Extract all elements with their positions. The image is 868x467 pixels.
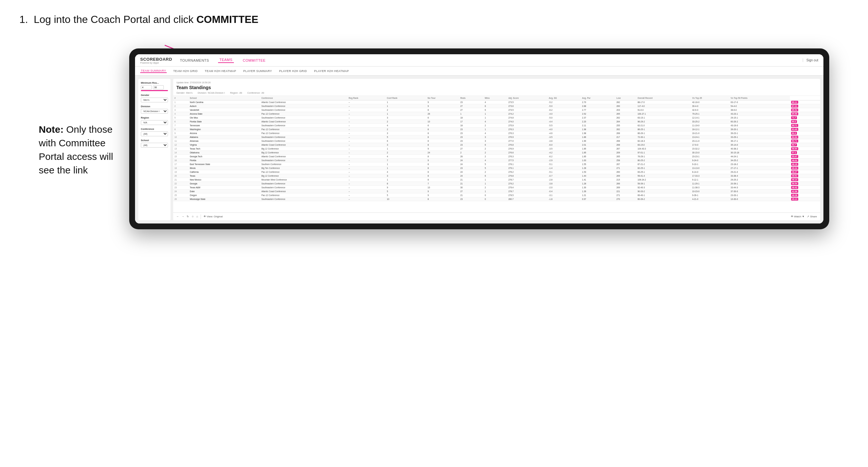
tab-player-h2h-heatmap[interactable]: PLAYER H2H HEATMAP (313, 69, 349, 73)
tablet-screen: SCOREBOARD Powered by clippd TOURNAMENTS… (135, 54, 824, 223)
table-row: 17East Tennessee StateSouthern Conferenc… (173, 162, 820, 166)
logo-subtitle: Powered by clippd (140, 62, 172, 64)
range-slider (141, 90, 168, 91)
division-label: Division (141, 105, 168, 108)
table-row: 12VirginiaAtlantic Coast Conference–3823… (173, 143, 820, 147)
table-row: 7TennesseeSoutheastern Conference–461822… (173, 124, 820, 128)
filter-region-display: Region: All (230, 91, 242, 94)
table-row: 1North CarolinaAtlantic Coast Conference… (173, 100, 820, 104)
table-row: 6Florida StateAtlantic Coast Conference–… (173, 120, 820, 124)
filter-conference-display: Conference: All (247, 91, 264, 94)
main-content: Minimum Rou... Gender Men's (135, 75, 824, 223)
filter-division-display: Division: NCAA Division I (198, 91, 225, 94)
logo: SCOREBOARD Powered by clippd (140, 57, 172, 64)
table-row: 11ArkansasSoutheastern Conference–682332… (173, 139, 820, 143)
toolbar-share[interactable]: ↗ Share (807, 215, 817, 218)
region-select[interactable]: N/A (141, 120, 168, 125)
min-rounds-max[interactable] (153, 85, 164, 90)
filter-gender: Gender Men's (141, 94, 168, 102)
toolbar-watch[interactable]: 👁 Watch ▼ (791, 215, 805, 218)
region-label: Region (141, 116, 168, 119)
table-row: 5Ole MissSoutheastern Conference–3618127… (173, 116, 820, 120)
note-label: Note: (39, 124, 64, 135)
standings-table: # School Conference Reg Rank Conf Rank N… (173, 96, 820, 201)
col-rnds: Rnds (459, 96, 484, 100)
filter-gender-display: Gender: Men's (176, 91, 192, 94)
col-no-tour: No Tour (426, 96, 459, 100)
table-row: 16FloridaSoutheastern Conference–7924427… (173, 159, 820, 162)
tab-team-h2h-grid[interactable]: TEAM H2H GRID (173, 69, 198, 73)
sign-out-link[interactable]: Sign out (803, 58, 818, 62)
col-low: Low (615, 96, 636, 100)
col-conference: Conference (260, 96, 347, 100)
school-select[interactable]: (All) (141, 143, 168, 148)
tablet-device: SCOREBOARD Powered by clippd TOURNAMENTS… (129, 49, 829, 239)
committee-emphasis: COMMITTEE (196, 13, 258, 25)
filters-panel: Minimum Rou... Gender Men's (138, 79, 170, 220)
table-header: Update time: 27/03/2024 16:56:26 Team St… (173, 79, 820, 96)
table-row: 25OregonPac-12 Conference–59210278.5-3.1… (173, 193, 820, 197)
toolbar-forward[interactable]: → (182, 215, 184, 218)
col-school: School (188, 96, 260, 100)
table-row: 20TexasBig 12 Conference–38246279.8-0.71… (173, 174, 820, 178)
instruction-text: 1. Log into the Coach Portal and click C… (20, 13, 848, 27)
col-vs-top50: Vs Top 50 Points (730, 96, 790, 100)
col-reg-rank: Reg Rank (347, 96, 385, 100)
table-row: 15Georgia TechAtlantic Coast Conference–… (173, 155, 820, 159)
nav-committee[interactable]: COMMITTEE (242, 58, 267, 62)
col-wins: Wins (483, 96, 507, 100)
tab-player-summary[interactable]: PLAYER SUMMARY (243, 69, 273, 73)
table-area: Update time: 27/03/2024 16:56:26 Team St… (173, 79, 820, 220)
table-row: 3VanderbiltSoutheastern Conference–28276… (173, 108, 820, 112)
toolbar-reload[interactable]: ↻ (187, 215, 189, 218)
filter-conference: Conference (All) (141, 128, 168, 136)
col-avg-par: Avg. Par (581, 96, 615, 100)
table-row: 9ArizonaPac-12 Conference–38234276.3-4.6… (173, 131, 820, 135)
update-time: Update time: 27/03/2024 16:56:26 (176, 82, 817, 84)
min-rounds-min[interactable] (141, 85, 152, 90)
nav-links: TOURNAMENTS TEAMS COMMITTEE (179, 58, 803, 63)
table-row: 19CaliforniaPac-12 Conference–48242278.2… (173, 170, 820, 174)
conference-select[interactable]: (All) (141, 131, 168, 136)
note-section: Note: Only those with Committee Portal a… (39, 123, 129, 177)
tab-team-h2h-heatmap[interactable]: TEAM H2H HEATMAP (204, 69, 237, 73)
filter-min-rounds: Minimum Rou... (141, 82, 168, 91)
gender-select[interactable]: Men's (141, 97, 168, 102)
division-select[interactable]: NCAA Division I (141, 109, 168, 114)
table-row: 22GeorgiaSoutheastern Conference–8721127… (173, 182, 820, 186)
sub-tabs: TEAM SUMMARY TEAM H2H GRID TEAM H2H HEAT… (135, 66, 824, 75)
table-title: Team Standings (176, 85, 817, 90)
table-filter-row: Gender: Men's Division: NCAA Division I … (176, 91, 817, 94)
nav-teams[interactable]: TEAMS (218, 58, 234, 63)
table-row: 13Texas TechBig 12 Conference–19272276.9… (173, 147, 820, 151)
table-row: 26Mississippi StateSoutheastern Conferen… (173, 197, 820, 201)
filter-region: Region N/A (141, 116, 168, 125)
col-overall-record: Overall Record (637, 96, 691, 100)
table-row: 14OklahomaBig 12 Conference–22422276.6-4… (173, 151, 820, 155)
table-row: 23Texas A&MSoutheastern Conference–91030… (173, 186, 820, 190)
min-rounds-label: Minimum Rou... (141, 82, 168, 84)
toolbar-back[interactable]: ← (176, 215, 179, 218)
table-row: 10AlabamaSoutheastern Conference–5823327… (173, 135, 820, 139)
table-row: 21New MexicoMountain West Conference–182… (173, 178, 820, 182)
tablet-frame: SCOREBOARD Powered by clippd TOURNAMENTS… (129, 49, 829, 229)
bottom-toolbar: ← → ↻ ☆ ⌂ 👁 View: Original 👁 Watch ▼ ↗ S… (173, 213, 820, 220)
school-label: School (141, 139, 168, 142)
filter-division: Division NCAA Division I (141, 105, 168, 114)
tab-team-summary[interactable]: TEAM SUMMARY (140, 69, 167, 73)
table-row: 2AuburnSoutheastern Conference–19276273.… (173, 104, 820, 108)
toolbar-right: 👁 Watch ▼ ↗ Share (791, 215, 817, 218)
table-row: 4Arizona StatePac-12 Conference–12611274… (173, 112, 820, 116)
col-conf-rank: Conf Rank (386, 96, 426, 100)
tab-player-h2h-grid[interactable]: PLAYER H2H GRID (278, 69, 308, 73)
table-row: 24DukeAtlantic Coast Conference–59271278… (173, 190, 820, 193)
toolbar-view-original[interactable]: 👁 View: Original (204, 215, 223, 218)
toolbar-home[interactable]: ⌂ (196, 215, 198, 218)
col-adj-score: Adj. Score (507, 96, 548, 100)
col-vs-top25: Vs Top 25 (691, 96, 730, 100)
toolbar-bookmark[interactable]: ☆ (192, 215, 194, 218)
toolbar-divider (200, 214, 201, 219)
data-table: # School Conference Reg Rank Conf Rank N… (173, 96, 820, 213)
table-row: 18IllinoisBig Ten Conference–18235279.1-… (173, 166, 820, 170)
nav-tournaments[interactable]: TOURNAMENTS (179, 58, 210, 62)
